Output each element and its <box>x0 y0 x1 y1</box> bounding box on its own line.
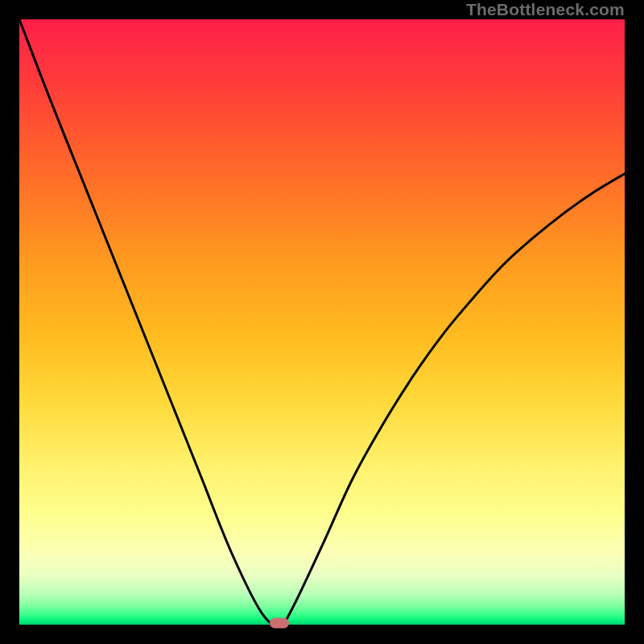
plot-area <box>19 19 625 625</box>
watermark-label: TheBottleneck.com <box>466 0 625 19</box>
optimum-marker <box>270 617 289 628</box>
chart-frame: TheBottleneck.com <box>0 0 644 644</box>
bottleneck-curve <box>19 19 625 625</box>
